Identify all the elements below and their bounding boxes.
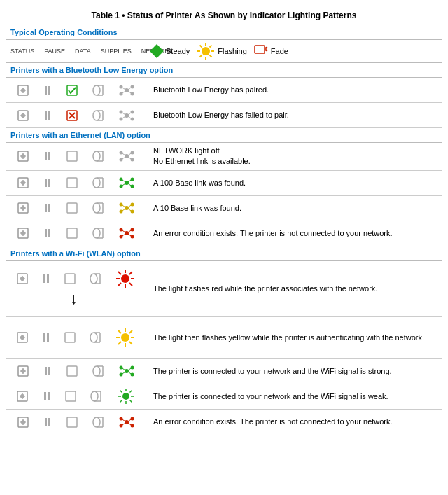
col-supplies: SUPPLIES <box>101 48 132 55</box>
svg-rect-49 <box>67 151 77 161</box>
svg-rect-80 <box>20 205 25 211</box>
svg-rect-161 <box>66 391 76 401</box>
icons-cell <box>6 174 146 191</box>
supplies-icon-gray <box>90 391 104 402</box>
desc-cell: An error condition exists. The printer i… <box>146 225 442 242</box>
svg-rect-112 <box>20 276 25 281</box>
svg-rect-145 <box>67 366 77 376</box>
row-desc: No Ethernet link is available. <box>153 156 435 167</box>
fade-icon <box>254 45 268 57</box>
svg-rect-96 <box>20 230 25 236</box>
svg-line-172 <box>130 400 132 403</box>
pause-icon-gray <box>41 391 52 402</box>
icons-cell <box>6 82 146 99</box>
data-icon-gray <box>65 391 76 402</box>
supplies-icon-gray <box>92 85 106 96</box>
svg-rect-64 <box>20 180 25 186</box>
status-icon-gray <box>18 177 29 188</box>
svg-point-118 <box>121 274 130 283</box>
data-icon-gray <box>64 332 76 343</box>
section-typical: Typical Operating Conditions <box>6 25 442 40</box>
svg-line-174 <box>120 400 122 403</box>
column-labels: STATUS PAUSE DATA SUPPLIES NETWORK <box>10 48 144 55</box>
desc-cell: The light flashes red while the printer … <box>146 261 442 316</box>
svg-line-8 <box>200 55 202 57</box>
svg-rect-177 <box>67 417 77 427</box>
icons-cell <box>6 363 146 379</box>
row-desc: A 10 Base link was found. <box>153 204 241 212</box>
table-title: Table 1 • Status of Printer As Shown by … <box>6 6 442 25</box>
table-row: ↓ The light flashes red while the printe… <box>6 261 442 317</box>
icons-cell <box>6 107 146 124</box>
section-wifi: Printers with a Wi-Fi (WLAN) option <box>6 246 442 261</box>
svg-line-7 <box>210 46 212 48</box>
legend: Steady Flashing <box>144 42 438 60</box>
legend-flashing: Flashing <box>197 42 247 60</box>
row-desc: The light then flashes yellow while the … <box>153 333 424 342</box>
flashing-label: Flashing <box>218 47 247 55</box>
svg-rect-48 <box>20 153 25 159</box>
status-icon-gray <box>18 365 29 377</box>
desc-cell: NETWORK light off No Ethernet link is av… <box>146 143 442 170</box>
icons-cell <box>6 225 146 242</box>
status-icon-gray <box>17 391 28 402</box>
network-icon-gray <box>119 151 134 162</box>
row-desc: Bluetooth Low Energy has paired. <box>153 85 269 94</box>
status-icon-gray <box>18 85 29 96</box>
wifi-icon-yellow-flash <box>115 328 135 347</box>
svg-point-0 <box>202 47 210 55</box>
desc-cell: A 10 Base link was found. <box>146 200 442 216</box>
table-row: A 10 Base link was found. <box>6 196 442 221</box>
col-pause: PAUSE <box>44 48 65 55</box>
desc-cell: Bluetooth Low Energy has failed to pair. <box>146 107 442 123</box>
svg-point-66 <box>93 178 100 188</box>
svg-line-171 <box>120 391 122 393</box>
supplies-icon-gray <box>92 202 106 214</box>
table-row: The printer is connected to your network… <box>6 359 442 384</box>
table-row: The printer is connected to your network… <box>6 384 442 410</box>
arrow-down-icon: ↓ <box>70 290 78 308</box>
row-note: NETWORK light off <box>153 146 435 156</box>
svg-point-134 <box>121 333 130 342</box>
table-row: Bluetooth Low Energy has failed to pair. <box>6 103 442 128</box>
legend-fade: Fade <box>254 45 288 57</box>
row-desc: The printer is connected to your network… <box>153 392 388 400</box>
data-icon-gray <box>66 202 78 214</box>
desc-cell: The light then flashes yellow while the … <box>146 330 442 346</box>
pause-icon-gray <box>41 332 52 343</box>
data-icon-gray <box>64 273 76 284</box>
data-icon-gray <box>66 365 78 377</box>
pause-icon-gray <box>42 110 53 121</box>
svg-point-130 <box>90 333 97 342</box>
svg-point-98 <box>93 228 100 238</box>
wifi-icon-green-weak <box>117 387 135 405</box>
svg-rect-81 <box>67 203 77 213</box>
supplies-icon-gray <box>92 177 106 188</box>
main-table: Table 1 • Status of Printer As Shown by … <box>6 6 442 435</box>
network-icon-green <box>119 177 134 188</box>
row-desc: The printer is connected to your network… <box>153 367 392 375</box>
desc-cell: A 100 Base link was found. <box>146 175 442 191</box>
table-row: An error condition exists. The printer i… <box>6 221 442 246</box>
svg-line-173 <box>130 391 132 393</box>
row-desc: The light flashes red while the printer … <box>153 284 377 294</box>
svg-line-124 <box>130 283 132 286</box>
row-desc: A 100 Base link was found. <box>153 179 246 187</box>
supplies-icon-gray <box>92 417 106 428</box>
flashing-icon <box>197 42 215 60</box>
pause-icon-gray <box>42 202 53 214</box>
supplies-icon-gray <box>92 151 106 162</box>
status-icon-gray <box>17 332 28 343</box>
svg-rect-14 <box>20 87 25 92</box>
col-data: DATA <box>75 48 91 55</box>
status-icon-gray <box>18 202 29 214</box>
row-desc: An error condition exists. The printer i… <box>153 229 393 237</box>
network-icon-green-strong <box>119 365 134 377</box>
pause-icon-gray <box>42 177 53 188</box>
pause-icon-gray <box>42 365 53 377</box>
icons-cell <box>6 325 146 350</box>
svg-point-178 <box>93 417 100 427</box>
svg-rect-65 <box>67 178 77 188</box>
icons-cell <box>6 200 146 216</box>
network-icon-yellow <box>119 202 134 214</box>
